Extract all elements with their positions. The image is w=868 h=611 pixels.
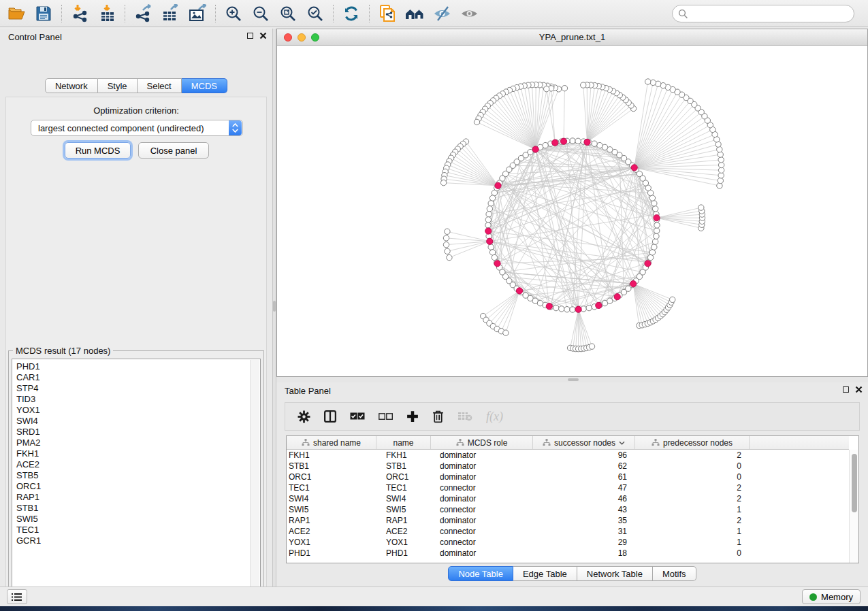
mcds-result-item[interactable]: ORC1 <box>16 481 245 492</box>
tab-network[interactable]: Network <box>45 78 98 93</box>
mcds-result-item[interactable]: STB5 <box>16 470 245 481</box>
zoom-out-button[interactable] <box>247 2 274 25</box>
mcds-result-item[interactable]: PMA2 <box>16 437 245 448</box>
column-header-shared-name[interactable]: shared name <box>287 436 376 449</box>
table-row[interactable]: FKH1FKH1dominator962 <box>287 450 849 461</box>
save-session-button[interactable] <box>30 2 57 25</box>
mcds-result-item[interactable]: SRD1 <box>16 427 245 437</box>
export-table-button[interactable] <box>157 2 184 25</box>
close-panel-button[interactable]: Close panel <box>138 142 209 159</box>
close-panel-icon[interactable] <box>259 32 267 39</box>
table-scrollbar-thumb[interactable] <box>852 454 857 512</box>
table-row[interactable]: ACE2ACE2connector311 <box>287 526 849 537</box>
mcds-result-item[interactable]: ACE2 <box>16 459 245 470</box>
network-canvas[interactable] <box>277 46 867 376</box>
export-network-icon <box>134 4 152 22</box>
network-graph[interactable] <box>277 46 867 376</box>
apply-layout-button[interactable] <box>338 2 365 25</box>
float-window-icon[interactable] <box>247 33 253 39</box>
mcds-result-item[interactable]: SWI5 <box>16 514 245 525</box>
tab-network-table[interactable]: Network Table <box>577 566 653 581</box>
mcds-result-groupbox: MCDS result (17 nodes) PHD1CAR1STP4TID3Y… <box>8 346 264 599</box>
tab-mcds[interactable]: MCDS <box>182 78 227 93</box>
zoom-in-button[interactable] <box>220 2 247 25</box>
cell-name: SWI5 <box>376 505 431 514</box>
table-scrollbar[interactable] <box>849 450 858 563</box>
splitter-grip[interactable] <box>273 301 276 312</box>
network-view-titlebar[interactable]: YPA_prune.txt_1 <box>277 29 867 46</box>
show-all-button[interactable] <box>455 2 483 25</box>
export-image-button[interactable] <box>184 2 211 25</box>
column-header-successor-nodes[interactable]: successor nodes <box>533 436 635 449</box>
close-panel-icon[interactable] <box>855 386 863 393</box>
table-row[interactable]: RAP1RAP1dominator352 <box>287 515 849 526</box>
tab-motifs[interactable]: Motifs <box>653 566 696 581</box>
sort-descending-icon[interactable] <box>619 441 625 445</box>
cell-shared-name: SWI5 <box>287 505 376 514</box>
table-row[interactable]: PHD1PHD1dominator180 <box>287 548 849 559</box>
mcds-result-item[interactable]: TEC1 <box>16 525 245 535</box>
column-header-label: name <box>393 438 413 448</box>
refresh-icon <box>342 5 360 22</box>
show-panels-list-button[interactable] <box>7 589 27 604</box>
toolbar-separator <box>215 5 216 22</box>
tab-node-table[interactable]: Node Table <box>448 566 513 581</box>
show-columns-icon[interactable] <box>324 410 336 423</box>
search-input[interactable] <box>692 7 854 20</box>
cell-successor-nodes: 61 <box>533 472 635 482</box>
clone-network-button[interactable] <box>374 2 401 25</box>
select-all-rows-icon[interactable] <box>350 412 365 420</box>
cell-predecessor-nodes: 1 <box>635 538 750 547</box>
tab-edge-table[interactable]: Edge Table <box>513 566 577 581</box>
table-row[interactable]: ORC1ORC1dominator610 <box>287 472 849 482</box>
mcds-result-item[interactable]: FKH1 <box>16 448 245 459</box>
table-settings-gear-icon[interactable] <box>298 410 310 423</box>
deselect-all-rows-icon[interactable] <box>379 413 393 420</box>
zoom-selected-button[interactable] <box>302 2 329 25</box>
import-network-button[interactable] <box>66 2 93 25</box>
hide-selected-button[interactable] <box>428 2 455 25</box>
mcds-result-item[interactable]: STP4 <box>16 383 245 394</box>
mcds-result-item[interactable]: SWI4 <box>16 416 245 427</box>
cell-MCDS-role: connector <box>431 538 533 547</box>
table-row[interactable]: TEC1TEC1connector472 <box>287 482 849 493</box>
criterion-select[interactable]: largest connected component (undirected) <box>31 120 243 136</box>
table-row[interactable]: SWI4SWI4dominator462 <box>287 493 849 504</box>
create-column-plus-icon[interactable] <box>406 410 419 423</box>
cell-predecessor-nodes: 0 <box>635 461 750 471</box>
mcds-result-item[interactable]: RAP1 <box>16 492 245 503</box>
tab-style[interactable]: Style <box>98 78 138 93</box>
mcds-result-item[interactable]: GCR1 <box>16 535 245 546</box>
table-row[interactable]: SWI5SWI5connector431 <box>287 504 849 515</box>
table-panel-tabs: Node TableEdge TableNetwork TableMotifs <box>276 566 868 581</box>
horizontal-splitter[interactable] <box>276 377 868 382</box>
memory-status-button[interactable]: Memory <box>802 589 861 604</box>
mcds-result-item[interactable]: YOX1 <box>16 405 245 416</box>
mcds-result-item[interactable]: CAR1 <box>16 372 245 383</box>
splitter-grip[interactable] <box>568 378 579 381</box>
table-row[interactable]: YOX1YOX1connector291 <box>287 537 849 548</box>
export-network-button[interactable] <box>129 2 157 25</box>
mcds-list-scrollbar[interactable] <box>250 360 259 593</box>
column-header-MCDS-role[interactable]: MCDS role <box>431 436 533 449</box>
column-header-predecessor-nodes[interactable]: predecessor nodes <box>635 436 750 449</box>
run-mcds-button[interactable]: Run MCDS <box>65 142 131 159</box>
cell-MCDS-role: dominator <box>431 516 533 525</box>
import-table-button[interactable] <box>93 2 120 25</box>
mcds-result-item[interactable]: TID3 <box>16 394 245 405</box>
table-row[interactable]: STB1STB1dominator620 <box>287 461 849 472</box>
mcds-result-item[interactable]: STB1 <box>16 503 245 514</box>
cell-shared-name: RAP1 <box>287 516 376 525</box>
open-file-button[interactable] <box>3 2 30 25</box>
column-header-name[interactable]: name <box>376 436 431 449</box>
delete-column-trash-icon[interactable] <box>432 410 444 423</box>
column-type-icon <box>543 439 551 446</box>
network-view-window: YPA_prune.txt_1 <box>276 29 868 377</box>
cell-shared-name: YOX1 <box>287 538 376 547</box>
float-window-icon[interactable] <box>843 386 849 393</box>
tab-select[interactable]: Select <box>138 78 182 93</box>
first-neighbors-button[interactable] <box>401 2 428 25</box>
zoom-selected-icon <box>306 5 324 22</box>
mcds-result-item[interactable]: PHD1 <box>16 361 245 372</box>
zoom-fit-button[interactable] <box>274 2 302 25</box>
